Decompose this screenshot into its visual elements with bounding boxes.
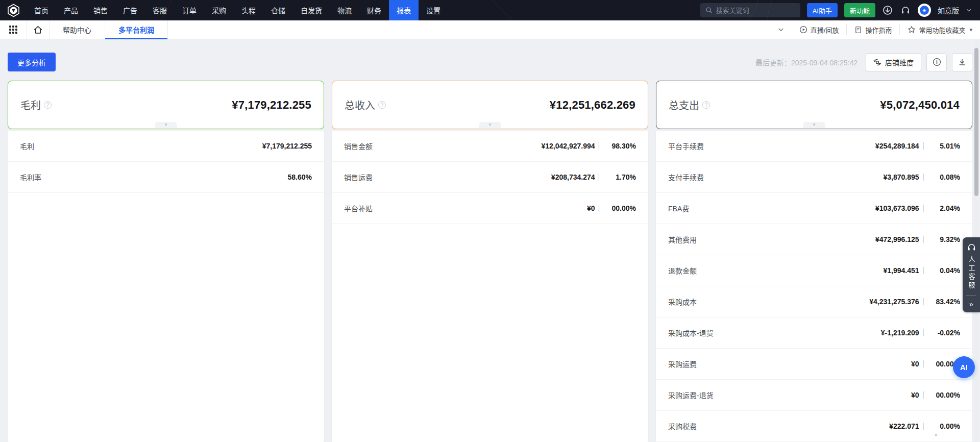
metric-row-value: ¥4,231,275.376 (869, 298, 919, 306)
metric-row-percent: 5.01% (923, 142, 960, 150)
metric-row-label: 毛利 (20, 141, 34, 151)
store-dimension-button[interactable]: 店铺维度 (866, 53, 921, 71)
metric-row: 采购运费-退货 ¥0 00.00% (656, 380, 972, 411)
metric-row-percent: -0.02% (923, 329, 960, 337)
metric-card-total: ¥5,072,450.014 (880, 99, 960, 112)
nav-menu-item[interactable]: 头程 (234, 0, 263, 20)
metric-row: 支付手续费 ¥3,870.895 0.08% (656, 162, 972, 193)
metric-row-percent: 0.08% (923, 173, 960, 181)
metric-row: 平台手续费 ¥254,289.184 5.01% (656, 131, 972, 162)
metric-row: 采购运费 ¥0 00.00% (656, 349, 972, 380)
metric-card-header: 毛利 ? ¥7,179,212.255 ▾ (8, 81, 324, 129)
global-search[interactable] (700, 3, 800, 17)
metric-row-value: ¥0 (911, 360, 919, 368)
nav-menu-item[interactable]: 销售 (86, 0, 115, 20)
metric-row: 采购税费 ¥222.071 0.00% (656, 411, 972, 442)
metric-row-value: ¥254,289.184 (875, 142, 919, 150)
ai-floating-button[interactable]: AI (953, 356, 975, 378)
page-tab-label: 多平台利润 (118, 24, 154, 35)
help-icon[interactable]: ? (378, 101, 386, 109)
metric-row-label: 采购税费 (668, 421, 697, 431)
metric-card-total: ¥12,251,662.269 (550, 99, 635, 112)
metric-row: 退款金额 ¥1,994.451 0.04% (656, 255, 972, 286)
card-collapse-arrow[interactable]: ▾ (155, 122, 177, 128)
nav-menu-item-label: 财务 (367, 5, 381, 15)
metric-row-value: ¥-1,219.209 (881, 329, 919, 337)
apps-grid-button[interactable] (0, 20, 27, 39)
card-collapse-arrow[interactable]: ▾ (479, 122, 501, 128)
search-input[interactable] (716, 7, 795, 14)
nav-menu-item-label: 客服 (153, 5, 167, 15)
scrollbar-thumb[interactable] (974, 48, 978, 196)
nav-menu-item[interactable]: 客服 (145, 0, 175, 20)
new-features-button[interactable]: 新功能 (844, 3, 875, 17)
edition-chevron-down-icon[interactable] (966, 7, 972, 13)
guide-doc-icon (854, 26, 862, 34)
metric-card-body: 毛利 ¥7,179,212.255 毛利率 58.60% (8, 131, 324, 442)
live-replay-link[interactable]: 直播/回放 (792, 24, 847, 35)
more-analysis-button[interactable]: 更多分析 (8, 53, 56, 71)
user-avatar[interactable]: ◈ (918, 4, 931, 17)
search-icon (705, 7, 713, 14)
nav-menu-item-label: 自发货 (301, 5, 322, 15)
updates-download-icon[interactable] (882, 5, 893, 16)
page-tab[interactable]: 帮助中心 (50, 20, 105, 39)
nav-menu-item[interactable]: 自发货 (293, 0, 330, 20)
metric-card-header: 总收入 ? ¥12,251,662.269 ▾ (332, 81, 648, 129)
nav-menu-item[interactable]: 物流 (330, 0, 359, 20)
grid-dots-icon (9, 26, 17, 34)
metric-card-title: 总支出 (669, 97, 699, 112)
app-logo[interactable] (0, 4, 27, 17)
export-download-button[interactable] (952, 53, 972, 71)
nav-menu-item[interactable]: 首页 (27, 0, 56, 20)
nav-menu-item-label: 采购 (212, 5, 226, 15)
ai-assistant-button[interactable]: AI助手 (807, 3, 838, 17)
metric-row-label: 退款金额 (668, 265, 697, 276)
nav-menu-item[interactable]: 广告 (115, 0, 145, 20)
metric-row-value: ¥208,734.274 (551, 173, 595, 181)
metric-row-label: 采购运费 (668, 359, 697, 369)
edition-label[interactable]: 如意版 (938, 5, 959, 15)
metric-row-label: 支付手续费 (668, 172, 704, 182)
help-icon[interactable]: ? (702, 101, 710, 109)
page-tab-bar: 帮助中心 多平台利润 直播/回放 操作指南 常用功能收藏夹 (0, 20, 980, 39)
nav-menu-item[interactable]: 订单 (175, 0, 204, 20)
card-collapse-arrow[interactable]: ▾ (803, 122, 825, 128)
nav-menu-item[interactable]: 设置 (419, 0, 448, 20)
topnav-right-cluster: AI助手 新功能 ◈ 如意版 (700, 3, 980, 17)
operation-guide-link[interactable]: 操作指南 (846, 24, 899, 35)
download-icon (958, 58, 966, 66)
store-dimension-label: 店铺维度 (885, 57, 914, 67)
info-button[interactable] (926, 53, 947, 71)
nav-menu-item[interactable]: 仓储 (263, 0, 293, 20)
metric-row-label: FBA费 (668, 203, 689, 213)
help-icon[interactable]: ? (44, 101, 52, 109)
metric-row: 毛利 ¥7,179,212.255 (8, 131, 324, 162)
metric-card-body: 销售金额 ¥12,042,927.994 98.30% 销售运费 ¥208,7 (332, 131, 648, 442)
nav-menu-item[interactable]: 采购 (204, 0, 234, 20)
headset-icon (967, 242, 976, 252)
metric-card-total: ¥7,179,212.255 (232, 99, 311, 112)
main-content: 更多分析 最后更新：2025-09-04 08:25:42 店铺维度 (0, 53, 980, 442)
metric-row: 采购成本 ¥4,231,275.376 83.42% (656, 286, 972, 317)
nav-menu-item[interactable]: 财务 (359, 0, 389, 20)
metric-card-title: 总收入 (345, 97, 375, 112)
nav-menu-item[interactable]: 报表 (389, 0, 419, 20)
metric-row-label: 其他费用 (668, 234, 697, 244)
metric-row-value: ¥0 (911, 391, 919, 399)
home-tab-button[interactable] (27, 20, 50, 39)
metric-row-percent: 83.42% (923, 298, 960, 306)
collapse-panel-button[interactable]: » (963, 296, 980, 312)
customer-service-panel[interactable]: 人工客服 » (963, 237, 980, 312)
metric-row: 其他费用 ¥472,996.125 9.32% (656, 224, 972, 255)
nav-menu-item[interactable]: 产品 (56, 0, 86, 20)
customer-service-label: 人工客服 (967, 256, 976, 290)
metric-row-label: 采购运费-退货 (668, 390, 714, 400)
favorites-menu[interactable]: 常用功能收藏夹 ▾ (899, 24, 980, 35)
metric-card-title: 毛利 (20, 97, 41, 112)
main-nav-menu: 首页 产品 销售 广告 客服 订单 采购 (27, 0, 448, 20)
headset-support-icon[interactable] (900, 5, 911, 16)
tabs-collapse-chevron-icon[interactable] (770, 26, 792, 33)
nav-menu-item-label: 物流 (337, 5, 352, 15)
page-tab[interactable]: 多平台利润 (105, 20, 168, 39)
